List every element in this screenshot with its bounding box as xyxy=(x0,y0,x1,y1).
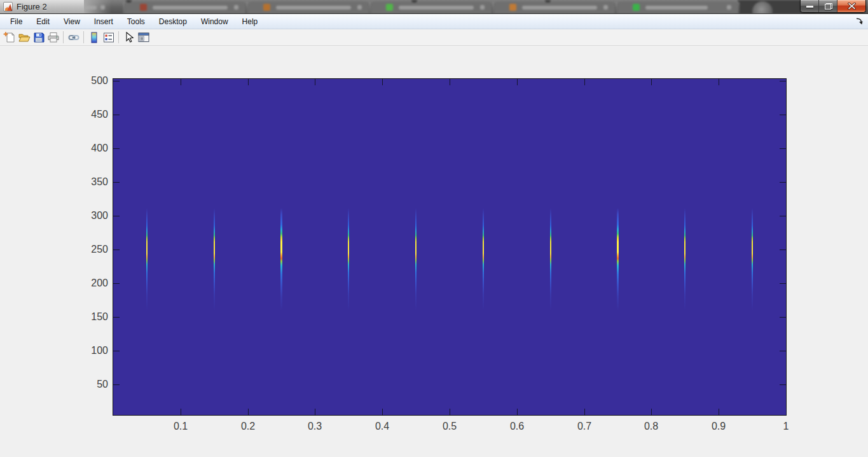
print-figure-button[interactable] xyxy=(46,30,60,45)
background-tab-close-icon[interactable] xyxy=(727,5,731,10)
dock-arrow-icon xyxy=(855,17,864,26)
x-tick-mark xyxy=(248,409,249,415)
edit-plot-arrow-icon xyxy=(123,31,135,44)
edit-plot-button[interactable] xyxy=(121,30,136,45)
x-tick-mark xyxy=(315,79,315,85)
impulse-streak xyxy=(214,208,215,311)
x-tick-label: 1 xyxy=(767,421,805,432)
plot-tools-icon xyxy=(137,31,150,44)
x-tick-mark xyxy=(786,79,787,85)
y-tick-mark xyxy=(113,250,120,250)
x-tick-label: 0.2 xyxy=(229,421,267,432)
menu-item-insert[interactable]: Insert xyxy=(87,14,120,29)
menu-item-view[interactable]: View xyxy=(57,14,87,29)
background-window-circle xyxy=(752,1,773,14)
y-tick-label: 250 xyxy=(70,244,108,255)
matlab-logo-icon xyxy=(3,2,13,11)
y-tick-mark xyxy=(780,115,786,115)
y-tick-mark xyxy=(780,148,786,149)
print-icon xyxy=(47,31,60,44)
x-tick-label: 0.4 xyxy=(363,421,401,432)
impulse-streak xyxy=(550,208,551,311)
x-tick-mark xyxy=(651,79,652,85)
tab-separator xyxy=(616,2,617,14)
y-tick-label: 150 xyxy=(70,311,108,323)
y-tick-label: 300 xyxy=(70,210,108,221)
x-tick-label: 0.7 xyxy=(565,421,603,432)
y-tick-mark xyxy=(113,182,120,183)
link-plot-button[interactable] xyxy=(66,30,81,45)
x-tick-mark xyxy=(450,409,450,415)
matlab-figure-window: Figure 2 FileEditViewInsertToolsDesktopW… xyxy=(0,0,868,457)
menu-item-tools[interactable]: Tools xyxy=(120,14,152,29)
axes-plot-area xyxy=(113,78,787,416)
impulse-streak xyxy=(415,208,417,311)
minimize-icon xyxy=(806,6,813,8)
open-file-button[interactable] xyxy=(17,30,31,45)
colorbar-icon xyxy=(88,31,100,44)
y-tick-mark xyxy=(780,182,786,183)
title-bar: Figure 2 xyxy=(0,0,868,14)
dock-figure-button[interactable] xyxy=(855,17,865,27)
save-icon xyxy=(32,31,45,44)
insert-colorbar-button[interactable] xyxy=(86,30,101,45)
save-figure-button[interactable] xyxy=(31,30,46,45)
tab-separator xyxy=(369,2,370,14)
y-tick-label: 450 xyxy=(70,109,108,120)
open-folder-icon xyxy=(18,31,31,44)
background-tab-close-icon[interactable] xyxy=(234,5,238,10)
menu-item-desktop[interactable]: Desktop xyxy=(152,14,194,29)
impulse-streak xyxy=(617,208,619,311)
x-tick-label: 0.6 xyxy=(498,421,536,432)
x-tick-mark xyxy=(382,79,383,85)
background-browser-tabs xyxy=(0,0,868,13)
y-tick-mark xyxy=(113,216,120,216)
window-title: Figure 2 xyxy=(17,2,47,11)
y-tick-label: 350 xyxy=(70,176,108,188)
y-tick-mark xyxy=(113,81,120,81)
close-icon xyxy=(848,3,856,10)
menu-item-window[interactable]: Window xyxy=(194,14,235,29)
x-tick-mark xyxy=(450,79,450,85)
x-tick-mark xyxy=(584,79,585,85)
tab-favicon-icon xyxy=(263,4,270,11)
y-tick-mark xyxy=(780,317,786,318)
minimize-button[interactable] xyxy=(801,0,819,12)
figure-canvas: 0.10.20.30.40.50.60.70.80.91501001502002… xyxy=(0,46,868,457)
y-tick-label: 400 xyxy=(70,143,108,154)
menu-item-edit[interactable]: Edit xyxy=(29,14,57,29)
impulse-streak xyxy=(146,208,148,311)
restore-button[interactable] xyxy=(819,0,837,12)
x-tick-mark xyxy=(315,409,315,415)
impulse-streak xyxy=(483,208,484,311)
figure-toolbar xyxy=(0,29,868,46)
tab-favicon-icon xyxy=(386,4,393,11)
legend-icon xyxy=(102,31,115,44)
tab-separator xyxy=(247,2,247,14)
y-tick-mark xyxy=(780,250,786,250)
x-tick-mark xyxy=(181,409,181,415)
background-tab-close-icon[interactable] xyxy=(357,5,362,10)
y-tick-mark xyxy=(113,351,120,351)
background-tab-close-icon[interactable] xyxy=(480,5,485,10)
y-tick-mark xyxy=(113,115,120,115)
y-tick-label: 500 xyxy=(70,75,108,87)
new-document-icon xyxy=(3,31,16,44)
background-tab-close-icon[interactable] xyxy=(603,5,608,10)
y-tick-mark xyxy=(780,81,786,81)
background-tab-text xyxy=(153,6,228,10)
x-tick-mark xyxy=(719,79,719,85)
insert-legend-button[interactable] xyxy=(101,30,116,45)
new-figure-button[interactable] xyxy=(2,30,17,45)
x-tick-label: 0.9 xyxy=(699,421,738,432)
show-plot-tools-button[interactable] xyxy=(136,30,151,45)
impulse-streak xyxy=(752,208,753,311)
link-plot-icon xyxy=(67,31,80,44)
tab-favicon-icon xyxy=(633,4,640,11)
close-button[interactable] xyxy=(837,0,865,12)
x-tick-label: 0.8 xyxy=(632,421,670,432)
menu-item-help[interactable]: Help xyxy=(235,14,265,29)
tab-favicon-icon xyxy=(509,4,516,11)
menu-item-file[interactable]: File xyxy=(3,14,29,29)
y-tick-mark xyxy=(780,283,786,284)
